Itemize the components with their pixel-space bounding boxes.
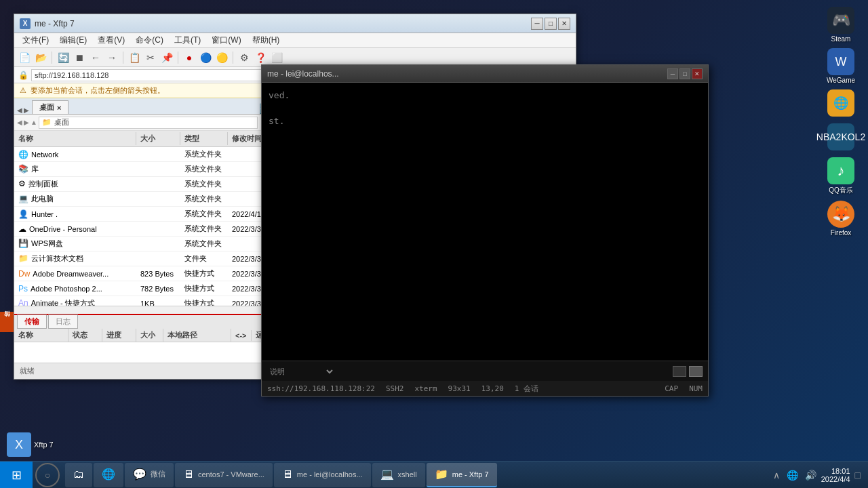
btn4[interactable]: → (104, 50, 119, 65)
menu-tools[interactable]: 工具(T) (169, 33, 206, 47)
new-session-btn[interactable]: 📄 (17, 50, 32, 65)
col-name-left[interactable]: 名称 (14, 132, 136, 145)
steam-label: Steam (831, 35, 851, 43)
xftp-shortcut-icon[interactable]: X (7, 432, 31, 457)
btn6[interactable]: ✂ (143, 50, 158, 65)
terminal-view-btn-2[interactable] (689, 366, 703, 377)
btn8[interactable]: ● (182, 50, 197, 65)
terminal-minimize[interactable]: ─ (667, 68, 678, 79)
xshell-session-taskbar-label: me - lei@localhos... (297, 470, 363, 479)
left-back-btn[interactable]: ◀ (17, 119, 22, 126)
refresh-btn[interactable]: 🔄 (56, 50, 71, 65)
terminal-close[interactable]: ✕ (692, 68, 703, 79)
warning-text: 要添加当前会话，点击左侧的箭头按钮。 (31, 85, 165, 96)
maximize-button[interactable]: □ (545, 18, 557, 30)
col-size-left[interactable]: 大小 (136, 132, 180, 145)
taskbar-search-btn[interactable]: ○ (35, 463, 60, 487)
adobe-photoshop-row[interactable]: PsAdobe Photoshop 2... 782 Bytes 快捷方式 20… (14, 281, 296, 296)
connection-icon: 🔒 (18, 70, 28, 80)
left-tab-desktop[interactable]: 桌面 × (32, 100, 68, 114)
table-row[interactable]: 👤Hunter . 系统文件夹 2022/4/1, 11:07 (14, 207, 296, 222)
table-row[interactable]: 📁云计算技术文档 文件夹 2022/3/31, 14:54 (14, 251, 296, 266)
btn11[interactable]: ⚙ (237, 50, 252, 65)
terminal-cursor: 13,20 (481, 384, 504, 393)
tray-volume-icon[interactable]: 🔊 (803, 470, 818, 481)
terminal-input-bar: 说明 (262, 361, 708, 381)
table-row[interactable]: 💾WPS网盘 系统文件夹 (14, 237, 296, 251)
table-row[interactable]: 🌐Network 系统文件夹 (14, 147, 296, 162)
taskbar-clock[interactable]: 18:01 2022/4/4 (821, 467, 850, 483)
vmware-taskbar-label: centos7 - VMware... (198, 470, 264, 479)
table-row[interactable]: 💻此电脑 系统文件夹 (14, 192, 296, 207)
toolbar-separator-2 (123, 52, 123, 64)
left-forward-btn[interactable]: ▶ (24, 119, 29, 126)
tray-arrow-icon[interactable]: ∧ (771, 470, 782, 481)
menu-view[interactable]: 查看(V) (92, 33, 130, 47)
tray-notification-icon[interactable]: □ (853, 470, 863, 481)
tray-network-icon[interactable]: 🌐 (785, 470, 800, 481)
terminal-sessions: 1 会话 (515, 384, 538, 394)
col-type-left[interactable]: 类型 (180, 132, 228, 145)
start-button[interactable]: ⊞ (0, 462, 33, 489)
terminal-view-btn-1[interactable] (673, 366, 686, 377)
toolbar-separator-3 (178, 52, 178, 64)
xftp-app-icon: X (20, 18, 31, 29)
minimize-button[interactable]: ─ (531, 18, 543, 30)
btn5[interactable]: 📋 (127, 50, 142, 65)
btn9[interactable]: 🔵 (198, 50, 213, 65)
close-button[interactable]: ✕ (558, 18, 570, 30)
xftp-taskbar-label: me - Xftp 7 (452, 470, 489, 479)
btn12[interactable]: ❓ (253, 50, 268, 65)
taskbar-item-wechat[interactable]: 💬 微信 (125, 463, 174, 487)
terminal-titlebar: me - lei@localhos... ─ □ ✕ (262, 65, 708, 83)
xftp-shortcut[interactable]: X Xftp 7 (7, 432, 54, 457)
terminal-status-bar: ssh://192.168.118.128:22 SSH2 xterm 93x3… (262, 381, 708, 396)
taskbar-item-vmware[interactable]: 🖥 centos7 - VMware... (175, 463, 273, 487)
open-btn[interactable]: 📂 (33, 50, 48, 65)
table-row[interactable]: ☁OneDrive - Personal 系统文件夹 2022/3/31, 10… (14, 222, 296, 237)
firefox-icon[interactable]: 🦊 Firefox (818, 201, 864, 237)
menu-window[interactable]: 窗口(W) (206, 33, 246, 47)
terminal-caps: CAP (665, 384, 678, 393)
terminal-maximize[interactable]: □ (679, 68, 690, 79)
left-next-arrow[interactable]: ▶ (24, 106, 29, 114)
btn13[interactable]: ⬜ (269, 50, 284, 65)
left-file-list[interactable]: 🌐Network 系统文件夹 📚库 系统文件夹 ⚙控制面板 系统文件夹 (14, 147, 296, 306)
terminal-num: NUM (689, 384, 703, 393)
address-input[interactable] (31, 69, 284, 81)
wegame-icon-item[interactable]: W WeGame (818, 48, 864, 84)
session-tab-log[interactable]: 传输 (17, 314, 47, 329)
terminal-size: 93x31 (448, 384, 471, 393)
taskbar-item-browser[interactable]: 🌐 (94, 463, 123, 487)
left-h-scrollbar[interactable] (14, 306, 296, 314)
table-row[interactable]: ⚙控制面板 系统文件夹 (14, 177, 296, 192)
btn10[interactable]: 🟡 (214, 50, 229, 65)
session-tab-log2[interactable]: 日志 (48, 314, 78, 329)
xshell-session-taskbar-icon: 🖥 (282, 468, 293, 481)
icon3[interactable]: 🌐 (818, 89, 864, 118)
table-row[interactable]: AnAnimate - 快捷方式 1KB 快捷方式 2022/3/31, 18:… (14, 296, 296, 306)
taskbar-item-xftp[interactable]: 📁 me - Xftp 7 (427, 463, 497, 487)
stop-btn[interactable]: ⏹ (72, 50, 87, 65)
status-ready: 就绪 (20, 366, 35, 376)
left-tab-close[interactable]: × (57, 104, 61, 112)
taskbar-item-xshell-session[interactable]: 🖥 me - lei@localhos... (274, 463, 371, 487)
steam-icon[interactable]: 🎮 Steam (818, 7, 864, 43)
menu-help[interactable]: 帮助(H) (247, 33, 285, 47)
left-up-btn[interactable]: ▲ (31, 119, 37, 126)
terminal-encoding-select[interactable]: 说明 (267, 367, 335, 376)
qqmusic-icon[interactable]: ♪ QQ音乐 (818, 157, 864, 195)
terminal-body[interactable]: ved. st. (262, 83, 708, 361)
btn7[interactable]: 📌 (159, 50, 174, 65)
menu-edit[interactable]: 编辑(E) (54, 33, 92, 47)
menu-command[interactable]: 命令(C) (130, 33, 169, 47)
left-prev-arrow[interactable]: ◀ (17, 106, 22, 114)
nba2k-icon[interactable]: NBA2KOL2 (818, 123, 864, 152)
taskbar-item-explorer[interactable]: 🗂 (65, 463, 92, 487)
taskbar-item-xshell[interactable]: 💻 xshell (372, 463, 425, 487)
btn3[interactable]: ← (88, 50, 103, 65)
table-row[interactable]: DwAdobe Dreamweaver... 823 Bytes 快捷方式 20… (14, 266, 296, 281)
tcol-name: 名称 (14, 329, 68, 342)
menu-file[interactable]: 文件(F) (17, 33, 54, 47)
table-row[interactable]: 📚库 系统文件夹 (14, 162, 296, 177)
